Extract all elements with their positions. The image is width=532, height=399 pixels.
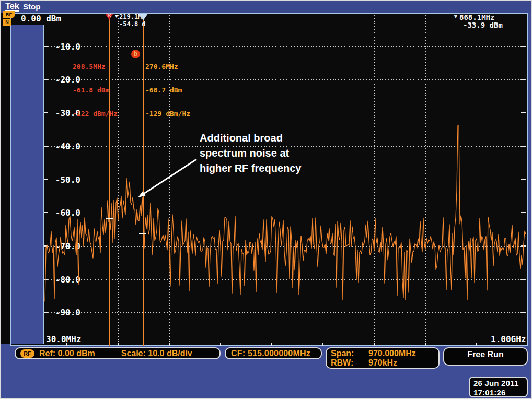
span-rbw-readout[interactable]: Span: 970.000MHz RBW: 970kHz <box>326 347 440 369</box>
acquisition-status: Stop <box>23 2 40 11</box>
rbw-value: 970kHz <box>368 358 438 368</box>
date-value: 26 Jun 2011 <box>473 379 527 388</box>
oscilloscope-screen: Tek Stop RF N -10.0-20.0-30.0-40.0-50.0-… <box>0 0 532 399</box>
bottom-axis-tick <box>425 343 426 346</box>
bottom-axis-tick <box>169 343 170 346</box>
annotation-line-3: higher RF frequency <box>200 161 301 176</box>
bottom-axis-tick <box>271 343 272 346</box>
annotation-line-2: spectrum noise at <box>200 146 301 161</box>
n-channel-badge[interactable]: N <box>3 19 11 26</box>
bottom-axis-tick <box>118 343 119 346</box>
left-edge-strip <box>1 13 10 344</box>
marker-a-readout-block: 208.5MHz -61.8 dBm -122 dBm/Hz <box>73 47 118 133</box>
time-value: 17:01:26 <box>473 388 527 397</box>
marker-a-trace-dash <box>106 218 113 219</box>
annotation-arrow-icon <box>132 155 205 205</box>
marker-b-readout-block: 270.6MHz -68.7 dBm -129 dBm/Hz <box>145 47 190 133</box>
left-blue-band <box>11 25 44 344</box>
marker-b-ampl: -68.7 dBm <box>145 86 190 94</box>
rf-ref-scale-readout[interactable]: RF Ref: 0.00 dBm Scale: 10.0 dB/div <box>15 347 221 359</box>
annotation-text: Additional broad spectrum noise at highe… <box>200 131 301 176</box>
bottom-axis-tick <box>476 343 477 346</box>
x-axis-start-label: 30.0MHz <box>46 334 81 344</box>
bottom-axis-tick <box>66 343 67 346</box>
span-value: 970.000MHz <box>368 349 438 358</box>
marker-readout-triangle-icon: ▼ <box>114 13 119 19</box>
marker-b-trace-dash <box>139 233 146 234</box>
marker-a-ampl: -61.8 dBm <box>73 86 118 94</box>
peak-marker-freq-readout: 868.1MHz <box>459 13 494 21</box>
date-time-readout: 26 Jun 2011 17:01:26 <box>469 377 528 397</box>
bottom-axis-tick <box>322 343 323 346</box>
marker-a-density: -122 dBm/Hz <box>73 110 118 118</box>
peak-marker-ampl-readout: -33.9 dBm <box>463 21 503 29</box>
scale-readout: Scale: 10.0 dB/div <box>121 349 192 358</box>
bottom-axis-tick <box>220 343 221 346</box>
title-bar: Tek Stop <box>1 1 531 13</box>
x-axis-stop-label: 1.00GHz <box>491 334 526 344</box>
tek-logo: Tek <box>5 2 19 12</box>
annotation-line-1: Additional broad <box>200 131 301 146</box>
trigger-status-readout[interactable]: Free Run <box>443 347 528 366</box>
rf-channel-badge[interactable]: RF <box>3 11 15 18</box>
reference-level-label: 0.00 dBm <box>21 14 61 24</box>
center-frequency-readout[interactable]: CF: 515.000000MHz <box>225 347 322 359</box>
marker-b-density: -129 dBm/Hz <box>145 110 190 118</box>
marker-b-freq: 270.6MHz <box>145 63 190 71</box>
marker-b-badge[interactable]: b <box>131 50 140 58</box>
bottom-axis-tick <box>374 343 375 346</box>
marker-r-ampl-readout: -54.8 d <box>119 20 146 28</box>
ref-level-readout: Ref: 0.00 dBm <box>39 349 95 358</box>
span-label: Span: <box>331 349 368 358</box>
rbw-label: RBW: <box>331 358 368 368</box>
marker-a-freq: 208.5MHz <box>73 63 118 71</box>
rf-pill-badge: RF <box>20 349 34 358</box>
marker-b-triangle-icon[interactable] <box>138 14 148 20</box>
peak-marker-triangle-icon[interactable]: ▼ <box>453 13 459 20</box>
marker-r-letter: R <box>105 13 113 18</box>
